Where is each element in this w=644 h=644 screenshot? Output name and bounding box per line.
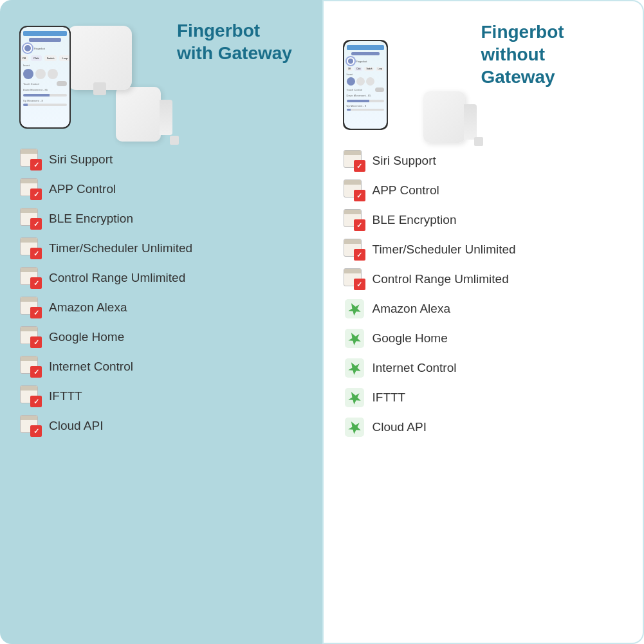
plane-icon-google-right [343,327,366,350]
check-icon-timer-right [343,238,366,261]
left-app-label: APP Control [49,182,116,196]
check-icon-ifttt-left [19,385,42,408]
right-feature-list: Siri Support APP Control [343,149,624,623]
right-ble-label: BLE Encryption [373,213,457,227]
left-feature-timer: Timer/Scheduler Unlimited [19,237,303,260]
right-feature-timer: Timer/Scheduler Unlimited [343,238,624,261]
left-alexa-label: Amazon Alexa [49,300,127,315]
check-icon-siri-left [19,148,42,171]
left-feature-google: Google Home [19,326,303,349]
left-internet-label: Internet Control [49,360,133,374]
left-feature-ble: BLE Encryption [19,207,303,230]
right-feature-internet: Internet Control [343,356,624,380]
left-title: Fingerbot with Gateway [177,19,292,64]
left-feature-internet: Internet Control [19,355,303,378]
left-ble-label: BLE Encryption [49,212,133,226]
check-icon-cloud-left [19,414,42,437]
check-icon-app-right [343,179,366,202]
right-feature-ble: BLE Encryption [343,208,624,232]
check-icon-ble-right [343,208,366,232]
right-header: Fingerbot Off Click Switch Loop Invert [343,14,624,143]
left-google-label: Google Home [49,330,124,344]
right-range-label: Control Range Umlimited [373,272,509,286]
plane-icon-ifttt-right [343,386,366,409]
left-feature-list: Siri Support APP Control [19,148,303,625]
right-google-label: Google Home [373,331,448,345]
right-internet-label: Internet Control [373,361,457,375]
col-with-gateway: Fingerbot Off Click Switch Loop Invert [0,0,322,644]
left-range-label: Control Range Umlimited [49,271,185,285]
check-icon-range-right [343,268,366,291]
right-feature-range: Control Range Umlimited [343,268,624,291]
left-feature-alexa: Amazon Alexa [19,296,303,319]
plane-icon-alexa-right [343,297,366,320]
check-icon-timer-left [19,237,42,260]
left-cloud-label: Cloud API [49,419,104,433]
right-feature-ifttt: IFTTT [343,386,624,409]
phone-device-left: Fingerbot Off Click Switch Loop Invert [19,26,71,129]
fingerbot-device-left [116,87,161,142]
left-ifttt-label: IFTTT [49,389,82,403]
right-ifttt-label: IFTTT [373,391,406,405]
left-feature-siri: Siri Support [19,148,303,171]
check-icon-alexa-left [19,296,42,319]
right-alexa-label: Amazon Alexa [373,302,450,316]
check-icon-siri-right [343,149,366,172]
main-container: Fingerbot Off Click Switch Loop Invert [0,0,644,644]
check-icon-ble-left [19,207,42,230]
left-feature-app: APP Control [19,178,303,201]
right-siri-label: Siri Support [373,154,436,168]
comparison-columns: Fingerbot Off Click Switch Loop Invert [0,0,644,644]
right-timer-label: Timer/Scheduler Unlimited [373,243,516,257]
right-feature-alexa: Amazon Alexa [343,297,624,320]
check-icon-internet-left [19,355,42,378]
plane-icon-internet-right [343,356,366,380]
left-timer-label: Timer/Scheduler Unlimited [49,241,192,255]
right-feature-cloud: Cloud API [343,416,624,439]
right-cloud-label: Cloud API [373,420,427,434]
left-feature-ifttt: IFTTT [19,385,303,408]
right-app-label: APP Control [373,183,439,198]
left-header: Fingerbot Off Click Switch Loop Invert [19,13,303,142]
check-icon-app-left [19,178,42,201]
check-icon-google-left [19,326,42,349]
check-icon-range-left [19,266,42,290]
left-feature-range: Control Range Umlimited [19,266,303,290]
fingerbot-device-right [423,91,465,143]
gateway-device [68,26,132,90]
right-title: Fingerbot without Gateway [481,21,624,88]
right-feature-siri: Siri Support [343,149,624,172]
right-feature-app: APP Control [343,179,624,202]
phone-device-right: Fingerbot Off Click Switch Loop Invert [343,40,388,130]
left-siri-label: Siri Support [49,152,113,167]
right-feature-google: Google Home [343,327,624,350]
plane-icon-cloud-right [343,416,366,439]
left-feature-cloud: Cloud API [19,414,303,437]
col-without-gateway: Fingerbot Off Click Switch Loop Invert [322,0,645,644]
